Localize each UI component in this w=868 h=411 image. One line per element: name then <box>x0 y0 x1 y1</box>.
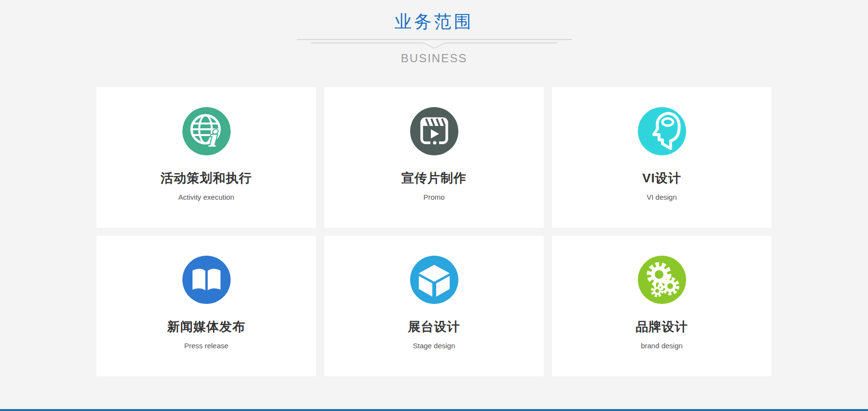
card-title-zh: 宣传片制作 <box>324 170 544 187</box>
card-brand-design[interactable]: 品牌设计 brand design <box>552 236 772 376</box>
globe-info-icon: i <box>182 107 231 155</box>
divider-chevron-icon <box>297 39 572 49</box>
card-title-zh: 品牌设计 <box>552 318 772 335</box>
section-title: 业务范围 <box>0 12 868 31</box>
card-promo-video[interactable]: 宣传片制作 Promo <box>324 87 544 228</box>
card-subtitle-en: Press release <box>96 342 316 350</box>
business-section: 业务范围 BUSINESS <box>0 0 868 411</box>
gears-icon <box>638 256 686 304</box>
business-cards-grid: i 活动策划和执行 Activity execution <box>88 87 780 376</box>
card-vi-design[interactable]: VI设计 VI design <box>552 87 772 228</box>
cube-icon <box>410 256 458 304</box>
card-press-release[interactable]: 新闻媒体发布 Press release <box>96 236 316 376</box>
section-subtitle-en: BUSINESS <box>0 52 868 65</box>
card-subtitle-en: Promo <box>324 193 544 201</box>
card-title-zh: 活动策划和执行 <box>96 170 316 187</box>
card-subtitle-en: VI design <box>552 193 772 201</box>
bottom-accent-bar <box>0 409 868 411</box>
card-activity-execution[interactable]: i 活动策划和执行 Activity execution <box>96 87 316 228</box>
card-subtitle-en: brand design <box>552 342 772 350</box>
card-title-zh: 展台设计 <box>324 318 544 335</box>
card-subtitle-en: Stage design <box>324 342 544 350</box>
card-title-zh: 新闻媒体发布 <box>96 318 316 335</box>
card-subtitle-en: Activity execution <box>96 193 316 201</box>
open-book-icon <box>182 256 231 304</box>
card-stage-design[interactable]: 展台设计 Stage design <box>324 236 544 376</box>
section-header: 业务范围 BUSINESS <box>0 0 868 65</box>
clapperboard-play-icon <box>410 107 458 155</box>
section-divider <box>297 39 572 49</box>
head-profile-icon <box>638 107 686 155</box>
card-title-zh: VI设计 <box>552 170 772 187</box>
